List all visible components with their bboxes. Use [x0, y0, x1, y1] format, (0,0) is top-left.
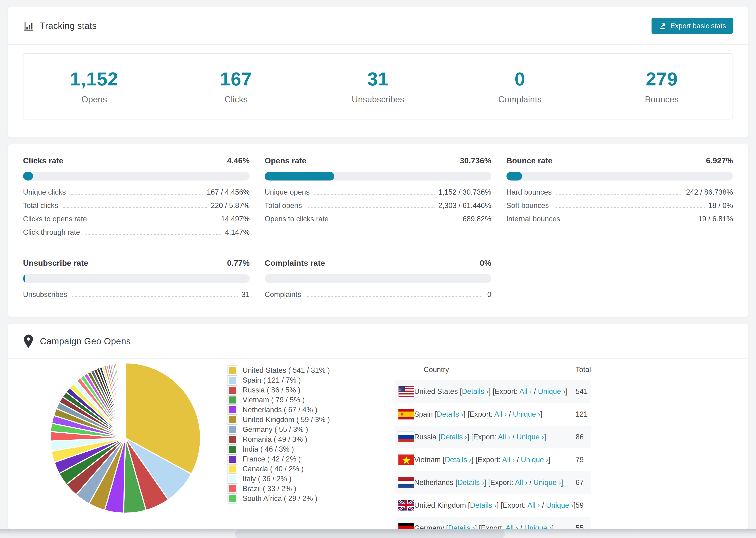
legend-item-es: Spain ( 121 / 7% ) — [228, 375, 330, 385]
rate-value: 0.77% — [227, 258, 249, 268]
stat-row: Unsubscribes31 — [23, 290, 249, 304]
stat-row: Soft bounces18 / 0% — [507, 201, 733, 215]
export-unique-link[interactable]: Unique › — [533, 478, 561, 487]
legend-swatch — [228, 425, 237, 435]
geo-country-table: Country Total United States [Details ›] … — [395, 359, 591, 529]
legend-item-us: United States ( 541 / 31% ) — [228, 365, 330, 375]
country-name: Vietnam — [414, 456, 441, 464]
export-all-link[interactable]: All › — [502, 456, 514, 464]
geo-header-divider — [8, 358, 748, 359]
progress-bar — [265, 274, 491, 283]
legend-label: India ( 46 / 3% ) — [243, 445, 294, 454]
legend-item-za: South Africa ( 29 / 2% ) — [228, 494, 330, 504]
country-total: 541 — [576, 380, 591, 403]
table-row-de: Germany [Details ›] [Export: All › / Uni… — [395, 517, 591, 529]
legend-item-vn: Vietnam ( 79 / 5% ) — [228, 395, 330, 405]
legend-swatch — [228, 444, 237, 454]
country-total: 55 — [576, 517, 591, 529]
table-row-gb: United Kingdom [Details ›] [Export: All … — [395, 494, 591, 517]
table-row-es: Spain [Details ›] [Export: All › / Uniqu… — [395, 403, 591, 426]
legend-swatch — [228, 415, 237, 425]
details-link[interactable]: Details › — [441, 433, 467, 441]
export-unique-link[interactable]: Unique › — [538, 387, 566, 396]
details-link[interactable]: Details › — [470, 501, 497, 510]
dotted-leader — [72, 296, 238, 297]
geo-legend: United States ( 541 / 31% )Spain ( 121 /… — [228, 365, 330, 504]
legend-swatch — [228, 454, 237, 464]
bar-chart-icon — [23, 21, 34, 31]
details-link[interactable]: Details › — [462, 387, 489, 396]
legend-swatch — [228, 385, 237, 395]
legend-label: France ( 42 / 2% ) — [243, 455, 301, 463]
export-unique-link[interactable]: Unique › — [516, 433, 544, 441]
dotted-leader — [63, 207, 207, 208]
export-all-link[interactable]: All › — [494, 410, 507, 418]
campaign-geo-opens-card: Campaign Geo Opens United States ( 541 /… — [8, 324, 748, 529]
table-row-vn: Vietnam [Details ›] [Export: All › / Uni… — [395, 448, 591, 471]
table-row-ru: Russia [Details ›] [Export: All › / Uniq… — [395, 426, 591, 448]
export-all-link[interactable]: All › — [527, 501, 540, 510]
export-unique-link[interactable]: Unique › — [521, 456, 548, 464]
bottom-scrollbar-thumb[interactable] — [235, 530, 505, 538]
legend-swatch — [228, 375, 237, 385]
legend-item-ca: Canada ( 40 / 2% ) — [228, 464, 330, 474]
progress-bar-fill — [507, 172, 522, 181]
legend-item-it: Italy ( 36 / 2% ) — [228, 474, 330, 484]
summary-value: 279 — [646, 68, 678, 90]
summary-value: 31 — [367, 68, 389, 90]
geo-pie-chart — [48, 360, 203, 515]
details-link[interactable]: Details › — [448, 524, 475, 529]
country-name: United States — [414, 387, 458, 396]
legend-label: Brazil ( 33 / 2% ) — [243, 484, 296, 493]
country-name: Spain — [414, 410, 433, 418]
export-all-link[interactable]: All › — [498, 433, 511, 441]
country-name: Russia — [414, 433, 436, 441]
legend-swatch — [228, 474, 237, 484]
details-link[interactable]: Details › — [458, 478, 484, 487]
rate-panel-bounce-rate: Bounce rate6.927%Hard bounces242 / 86.73… — [507, 154, 733, 242]
export-unique-link[interactable]: Unique › — [513, 410, 540, 418]
legend-label: Italy ( 36 / 2% ) — [243, 475, 291, 483]
summary-value: 1,152 — [70, 68, 118, 90]
legend-swatch — [228, 395, 237, 405]
export-all-link[interactable]: All › — [506, 524, 518, 529]
export-unique-link[interactable]: Unique › — [546, 501, 573, 510]
rates-grid: Clicks rate4.46%Unique clicks167 / 4.456… — [23, 154, 733, 304]
page-title: Tracking stats — [40, 21, 97, 31]
details-link[interactable]: Details › — [437, 410, 464, 418]
country-flag-us — [395, 380, 414, 403]
legend-label: United States ( 541 / 31% ) — [243, 366, 330, 375]
rate-panel-opens-rate: Opens rate30.736%Unique opens1,152 / 30.… — [265, 154, 491, 242]
summary-label: Opens — [81, 95, 107, 104]
summary-label: Unsubscribes — [352, 95, 404, 104]
export-all-link[interactable]: All › — [515, 478, 527, 487]
dotted-leader — [91, 221, 217, 221]
country-flag-de — [395, 517, 414, 529]
legend-swatch — [228, 365, 237, 375]
export-unique-link[interactable]: Unique › — [524, 524, 552, 529]
progress-bar — [23, 274, 249, 283]
rate-title: Opens rate — [265, 156, 306, 165]
stat-row: Hard bounces242 / 86.738% — [507, 188, 733, 201]
country-total: 121 — [576, 403, 591, 426]
summary-label: Complaints — [498, 95, 542, 104]
summary-value: 0 — [514, 68, 525, 90]
tracking-stats-card: Tracking stats Export basic stats 1,152O… — [8, 7, 748, 137]
country-flag-ru — [395, 426, 414, 448]
progress-bar-fill — [23, 274, 25, 283]
rate-title: Unsubscribe rate — [23, 258, 88, 268]
country-total: 86 — [576, 426, 591, 448]
rates-card: Clicks rate4.46%Unique clicks167 / 4.456… — [8, 144, 748, 317]
export-all-link[interactable]: All › — [519, 387, 532, 396]
map-pin-icon — [23, 334, 34, 349]
legend-label: Spain ( 121 / 7% ) — [243, 376, 301, 385]
stat-row: Clicks to opens rate14.497% — [23, 215, 249, 228]
rate-panel-unsubscribe-rate: Unsubscribe rate0.77%Unsubscribes31 — [23, 256, 249, 304]
table-header-row: Country Total — [395, 359, 591, 380]
export-basic-stats-button[interactable]: Export basic stats — [652, 18, 733, 34]
country-name: Netherlands — [414, 478, 453, 487]
stat-row: Complaints0 — [265, 290, 491, 304]
dotted-leader — [314, 194, 435, 194]
legend-label: Canada ( 40 / 2% ) — [243, 465, 303, 473]
details-link[interactable]: Details › — [445, 456, 471, 464]
